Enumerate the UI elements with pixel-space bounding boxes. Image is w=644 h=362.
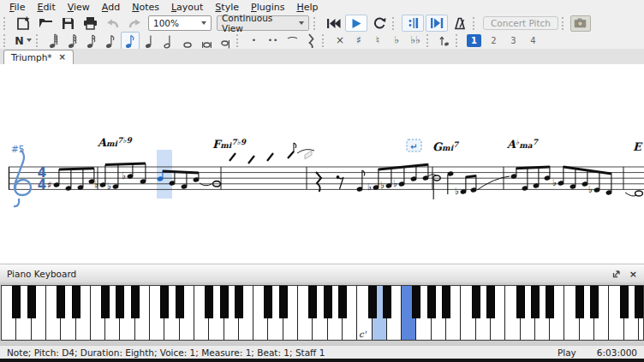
double-flat-button[interactable]: ♭♭ bbox=[407, 33, 424, 49]
piano-key-black[interactable] bbox=[516, 286, 525, 318]
menu-layout[interactable]: Layout bbox=[165, 1, 209, 14]
piano-key-black[interactable] bbox=[27, 286, 36, 318]
redo-button[interactable] bbox=[124, 15, 145, 31]
piano-key-black[interactable] bbox=[279, 286, 288, 318]
metronome-button[interactable] bbox=[450, 15, 470, 31]
note-64th-button[interactable] bbox=[45, 33, 63, 49]
piano-key-black[interactable] bbox=[412, 286, 420, 318]
piano-key-black[interactable] bbox=[620, 286, 629, 318]
note-group[interactable]: ♭ bbox=[433, 170, 510, 199]
close-icon[interactable]: × bbox=[59, 53, 66, 62]
toolbar-grip[interactable] bbox=[562, 17, 568, 30]
save-button[interactable] bbox=[57, 15, 78, 31]
piano-key-black[interactable] bbox=[57, 286, 65, 318]
piano-key-black[interactable] bbox=[220, 286, 229, 318]
menu-style[interactable]: Style bbox=[209, 1, 245, 14]
piano-key-black[interactable] bbox=[427, 286, 436, 318]
note-16th-button[interactable] bbox=[83, 33, 100, 49]
menu-add[interactable]: Add bbox=[96, 1, 126, 14]
note-half-button[interactable] bbox=[160, 33, 177, 49]
image-capture-button[interactable] bbox=[570, 15, 591, 32]
piano-panel-header[interactable]: Piano Keyboard × bbox=[0, 264, 644, 284]
piano-key-black[interactable] bbox=[264, 286, 272, 318]
augmentation-dot-button[interactable]: • bbox=[246, 33, 263, 49]
toolbar-grip[interactable] bbox=[236, 34, 242, 47]
voice-1-button[interactable]: 1 bbox=[467, 34, 481, 47]
chord-symbol[interactable]: Fmi7♭9 bbox=[212, 138, 246, 151]
piano-key-black[interactable] bbox=[160, 286, 169, 318]
play-button[interactable] bbox=[345, 15, 367, 32]
piano-key-black[interactable] bbox=[590, 286, 599, 318]
note-32nd-button[interactable] bbox=[64, 33, 81, 49]
piano-key-black[interactable] bbox=[12, 286, 21, 318]
piano-key-black[interactable] bbox=[308, 286, 317, 318]
note-longa-button[interactable] bbox=[217, 33, 234, 49]
toolbar-grip[interactable] bbox=[313, 17, 319, 30]
piano-key-black[interactable] bbox=[131, 286, 140, 318]
piano-key-black[interactable] bbox=[383, 286, 391, 318]
print-button[interactable] bbox=[80, 15, 100, 31]
toolbar-grip[interactable] bbox=[3, 17, 9, 30]
chord-symbol[interactable]: E bbox=[633, 140, 641, 153]
double-sharp-button[interactable]: × bbox=[331, 33, 349, 49]
loop-playback-button[interactable] bbox=[369, 15, 390, 31]
note-breve-button[interactable] bbox=[198, 33, 215, 49]
piano-key-black[interactable] bbox=[176, 286, 184, 318]
chord-symbol[interactable]: A♭ma7 bbox=[507, 138, 538, 151]
toolbar-grip[interactable] bbox=[36, 34, 42, 47]
tie-button[interactable] bbox=[283, 33, 301, 49]
piano-key-black[interactable] bbox=[205, 286, 213, 318]
menu-edit[interactable]: Edit bbox=[31, 1, 61, 14]
chord-symbol[interactable]: Ami7♭9 bbox=[98, 136, 132, 149]
tab-triumph[interactable]: Triumph* × bbox=[3, 50, 74, 64]
system-break-marker[interactable]: ↵ bbox=[407, 139, 421, 151]
toolbar-grip[interactable] bbox=[392, 17, 398, 30]
toolbar-grip[interactable] bbox=[426, 34, 432, 47]
note-whole-button[interactable] bbox=[179, 33, 196, 49]
double-dot-button[interactable]: •• bbox=[265, 33, 282, 49]
voice-2-button[interactable]: 2 bbox=[486, 34, 501, 47]
flip-direction-button[interactable] bbox=[436, 33, 453, 49]
piano-key-black[interactable] bbox=[235, 286, 243, 318]
piano-key-black[interactable] bbox=[486, 286, 495, 318]
piano-key-black[interactable] bbox=[324, 286, 332, 318]
piano-key-black[interactable] bbox=[531, 286, 540, 318]
view-mode-combo[interactable]: Continuous View bbox=[217, 15, 309, 31]
piano-key-black[interactable] bbox=[101, 286, 110, 318]
note-eighth-button[interactable] bbox=[121, 32, 140, 50]
note-group[interactable]: ♯ bbox=[47, 167, 95, 191]
chord-symbol[interactable]: Gmi7 bbox=[432, 140, 458, 153]
open-file-button[interactable] bbox=[35, 15, 56, 31]
concert-pitch-button[interactable]: Concert Pitch bbox=[483, 16, 558, 30]
piano-key-black[interactable] bbox=[575, 286, 584, 318]
toolbar-grip[interactable] bbox=[322, 34, 328, 47]
toolbar-grip[interactable] bbox=[3, 34, 9, 47]
rewind-button[interactable] bbox=[323, 15, 343, 31]
rest-button[interactable] bbox=[302, 33, 319, 49]
pan-score-button[interactable] bbox=[426, 15, 448, 32]
natural-button[interactable]: ♮ bbox=[369, 33, 386, 49]
close-icon[interactable]: × bbox=[629, 270, 637, 279]
note-input-button[interactable]: N bbox=[13, 33, 33, 48]
piano-key-black[interactable] bbox=[116, 286, 124, 318]
piano-key-black[interactable] bbox=[635, 286, 643, 318]
zoom-combo[interactable]: 100% bbox=[148, 15, 212, 31]
sharp-button[interactable]: ♯ bbox=[350, 33, 367, 49]
flat-button[interactable]: ♭ bbox=[388, 33, 405, 49]
note-8th-alt-button[interactable] bbox=[102, 33, 119, 49]
toolbar-grip[interactable] bbox=[473, 17, 479, 30]
menu-file[interactable]: File bbox=[3, 1, 31, 14]
play-repeats-button[interactable] bbox=[402, 15, 424, 32]
piano-keyboard[interactable]: c' bbox=[1, 285, 644, 341]
piano-key-black[interactable] bbox=[338, 286, 347, 318]
menu-plugins[interactable]: Plugins bbox=[245, 1, 290, 14]
menu-view[interactable]: View bbox=[62, 1, 96, 14]
undock-icon[interactable] bbox=[612, 270, 621, 278]
menu-help[interactable]: Help bbox=[290, 1, 324, 14]
piano-key-black[interactable] bbox=[472, 286, 480, 318]
undo-button[interactable] bbox=[102, 15, 122, 31]
score-canvas[interactable]: #5 4 4 ♯ ♭ bbox=[0, 64, 644, 264]
voice-4-button[interactable]: 4 bbox=[526, 34, 540, 47]
note-quarter-button[interactable] bbox=[141, 33, 158, 49]
menu-notes[interactable]: Notes bbox=[126, 1, 165, 14]
